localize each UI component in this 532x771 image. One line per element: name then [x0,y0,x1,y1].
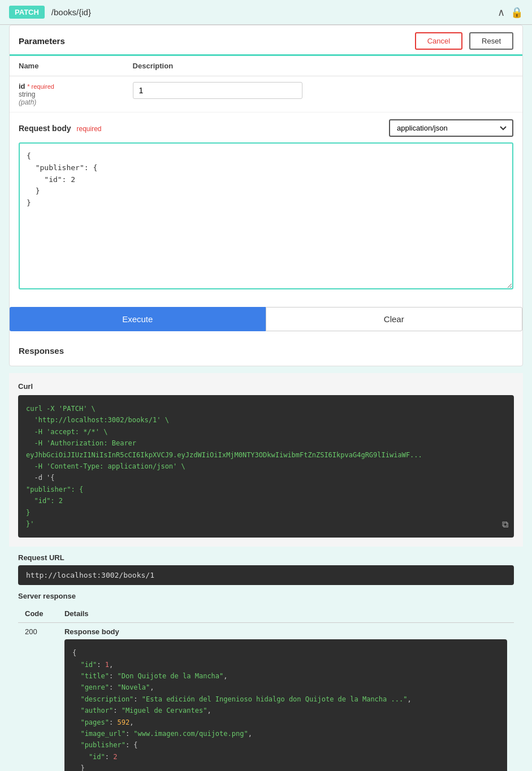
copy-curl-icon[interactable]: ⧉ [502,517,508,532]
header-buttons: Cancel Reset [415,32,513,50]
reset-button[interactable]: Reset [469,32,513,50]
server-response-section: Server response Code Details 200 Respons… [9,592,523,771]
response-code: 200 [18,623,58,771]
request-url-section: Request URL http://localhost:3002/books/… [9,553,523,585]
parameters-header: Parameters Cancel Reset [10,25,522,56]
name-column-header: Name [10,56,124,76]
clear-button[interactable]: Clear [266,307,523,331]
request-url-label: Request URL [18,553,514,562]
action-buttons: Execute Clear [10,307,522,331]
request-url-box: http://localhost:3002/books/1 [18,565,514,585]
description-column-header: Description [124,56,522,76]
endpoint-path: /books/{id} [51,7,91,17]
request-body-header: Request body required application/json [19,119,513,137]
curl-box: curl -X 'PATCH' \ 'http://localhost:3002… [18,395,514,538]
content-type-select[interactable]: application/json [389,119,513,137]
curl-label: Curl [18,382,514,391]
execute-button[interactable]: Execute [10,307,266,331]
server-response-label: Server response [18,592,514,600]
request-body-section: Request body required application/json [10,112,522,298]
request-body-required: required [76,125,101,133]
header-left: PATCH /books/{id} [9,6,91,19]
parameters-title: Parameters [19,36,65,46]
collapse-icon[interactable]: ∧ [498,6,505,19]
response-body-box: { "id": 1, "title": "Don Quijote de la M… [64,639,507,771]
details-column-header: Details [58,605,514,623]
response-details: Response body { "id": 1, "title": "Don Q… [58,623,514,771]
response-table: Code Details 200 Response body { "id": 1… [18,605,514,771]
param-input-cell [124,76,522,112]
lock-icon[interactable]: 🔒 [511,6,523,19]
curl-section: Curl curl -X 'PATCH' \ 'http://localhost… [9,373,523,547]
response-row: 200 Response body { "id": 1, "title": "D… [18,623,514,771]
param-name: id * required [19,82,115,90]
request-body-label-group: Request body required [19,124,102,133]
request-body-label: Request body [19,124,71,133]
cancel-button[interactable]: Cancel [415,32,462,50]
api-header: PATCH /books/{id} ∧ 🔒 [0,0,532,25]
request-body-textarea[interactable] [19,142,513,289]
response-body-label: Response body [64,627,507,636]
main-container: Parameters Cancel Reset Name Description… [0,25,532,771]
param-row: id * required string (path) [10,76,522,112]
parameters-table: Name Description id * required string (p… [10,56,522,112]
param-name-cell: id * required string (path) [10,76,124,112]
responses-title: Responses [19,346,513,360]
responses-section: Responses [10,340,522,366]
param-type: string [19,90,115,98]
header-icons: ∧ 🔒 [498,6,523,19]
param-location: (path) [19,98,115,106]
param-value-input[interactable] [133,82,302,99]
code-column-header: Code [18,605,58,623]
parameters-section: Parameters Cancel Reset Name Description… [9,25,523,366]
method-badge: PATCH [9,6,45,19]
param-required-label: * required [27,83,54,90]
